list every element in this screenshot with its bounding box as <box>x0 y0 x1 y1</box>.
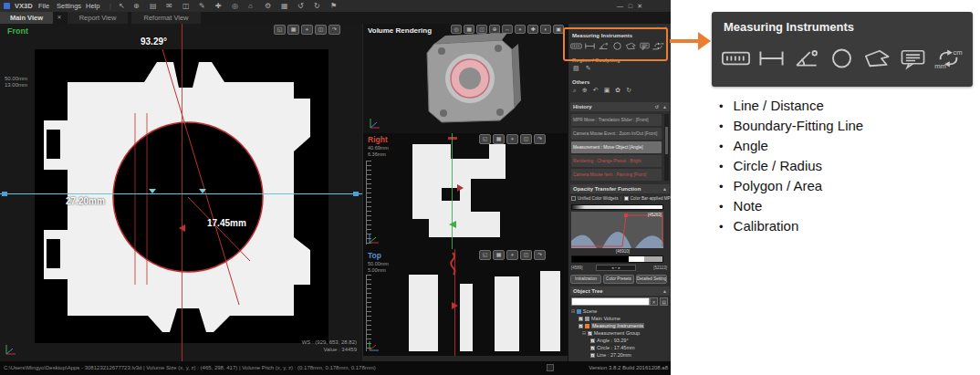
view-fit-button[interactable]: ◱ <box>274 25 286 35</box>
checkbox[interactable]: ✓ <box>588 331 592 336</box>
tab-main-view[interactable]: Main View <box>0 12 53 24</box>
flower-marker-icon[interactable]: ✿ <box>615 87 620 94</box>
flag-icon[interactable]: ⚑ <box>330 0 337 12</box>
display-icon[interactable]: ◫ <box>182 0 190 12</box>
history-entry[interactable]: Camera Mouse Item : Panning [Front] <box>571 169 662 181</box>
otf-value-bar[interactable] <box>571 255 663 263</box>
color-widget-bar[interactable] <box>571 204 663 210</box>
tree-node-main-volume[interactable]: ✓Main Volume <box>579 316 620 323</box>
mpr-crosshair-vertical-green[interactable] <box>452 133 453 249</box>
sculpt-pen-icon[interactable]: ✎ <box>586 65 591 72</box>
otf-histogram[interactable]: [45263] <box>571 212 663 248</box>
search-clear-icon[interactable]: ✕ <box>650 297 658 306</box>
otf-range-slider[interactable]: ◄ ▪ ► <box>596 265 636 271</box>
initialization-button[interactable]: Initialization <box>570 275 601 284</box>
tree-node-measurement-group[interactable]: ⊟ ✓Measurement Group <box>582 330 640 338</box>
view-layout-button[interactable]: ◫ <box>315 25 327 35</box>
circle-icon[interactable] <box>611 41 623 51</box>
calibration-icon[interactable] <box>652 41 664 51</box>
app-menu-title[interactable]: VX3D <box>15 0 33 12</box>
tree-expand-icon[interactable]: ⊟ <box>571 308 575 314</box>
select-tool-icon[interactable]: ↖ <box>119 0 125 12</box>
tab-report-view[interactable]: Report View <box>68 12 128 24</box>
view-crosshair-button[interactable]: ⌖ <box>301 25 313 35</box>
angle-icon[interactable] <box>598 41 610 51</box>
slider-left-arrow[interactable]: ◄ <box>610 266 614 270</box>
detailed-setting-button[interactable]: Detailed Setting <box>636 275 667 284</box>
panel-expand-icon[interactable]: » <box>657 25 660 30</box>
color-bar-checkbox[interactable] <box>624 196 629 201</box>
plus-icon[interactable]: ✚ <box>215 0 222 12</box>
object-tree-collapse-icon[interactable]: ▲ <box>662 286 667 296</box>
front-view[interactable]: Front ◱ ▦ ⌖ ◫ ↷ 50.00mm 13.00mm <box>0 24 362 361</box>
history-entry[interactable]: Rendering : Change Preset : Bright <box>571 155 662 167</box>
tree-node-measuring-instruments[interactable]: ✓Measuring Instruments <box>579 323 644 330</box>
add-tool-icon[interactable]: ⊕ <box>133 0 140 12</box>
close-button[interactable]: ✕ <box>637 0 642 12</box>
otf-header[interactable]: Opacity Transfer Function▲ <box>570 184 670 193</box>
tree-node-line[interactable]: ✓Line : 27.20mm <box>590 352 631 359</box>
record-icon[interactable]: ◎ <box>232 0 238 12</box>
mpr-crosshair-vertical-red[interactable] <box>454 249 455 356</box>
checkbox[interactable]: ✓ <box>579 317 583 321</box>
undo-icon[interactable]: ↺ <box>297 0 304 12</box>
slab-marker-left[interactable] <box>149 189 156 193</box>
undo-arrow-icon[interactable]: ↶ <box>593 87 599 94</box>
crosshair-handle-right[interactable] <box>353 192 359 196</box>
otf-collapse-icon[interactable]: ▲ <box>662 184 667 193</box>
mpr-crosshair-horizontal[interactable] <box>0 193 362 194</box>
redo-icon[interactable]: ↻ <box>314 0 320 12</box>
checkbox[interactable]: ✓ <box>579 324 583 328</box>
tab-reformat-view[interactable]: Reformat View <box>131 12 201 24</box>
region-select-icon[interactable]: ▧ <box>573 65 579 72</box>
tree-node-circle[interactable]: ✓Circle : 17.45mm <box>590 345 635 352</box>
settings-icon[interactable]: ⚙ <box>265 0 271 12</box>
message-icon[interactable]: ✉ <box>166 0 172 12</box>
tree-node-scene[interactable]: ⊟ Scene <box>571 308 597 316</box>
history-entry[interactable]: MPR Move : Translation Slider : [Front] <box>571 114 662 126</box>
object-tree-header[interactable]: Object Tree▲ <box>570 286 670 296</box>
history-entry[interactable]: Camera Mouse Event : Zoom In/Out [Front] <box>571 128 662 140</box>
checkbox[interactable]: ✓ <box>590 346 595 350</box>
minimize-button[interactable]: — <box>617 0 623 12</box>
menu-settings[interactable]: Settings <box>57 0 81 12</box>
pen-icon[interactable]: ✎ <box>199 0 205 12</box>
slab-marker-right[interactable] <box>199 189 206 193</box>
view-export-button[interactable]: ↷ <box>328 25 340 35</box>
zoom-plus-icon[interactable]: ⊕ <box>582 87 588 94</box>
history-collapse-icon[interactable]: ▲ <box>662 102 667 111</box>
crosshair-handle-left[interactable] <box>2 192 7 196</box>
unified-color-checkbox[interactable] <box>571 196 576 201</box>
folder-icon[interactable]: ▤ <box>660 297 668 306</box>
save-icon[interactable]: ▤ <box>150 0 157 12</box>
right-view[interactable]: Right 40.69mm 6.36mm ◱ ▦ ⌖ ◫ ↷ <box>363 133 568 249</box>
tree-expand-icon[interactable]: ⊟ <box>582 330 586 336</box>
grid-icon[interactable]: ▦ <box>281 0 288 12</box>
history-entry-selected[interactable]: Measurement : Move Object [Angle] <box>571 141 662 153</box>
note-icon[interactable] <box>639 41 651 51</box>
checkbox[interactable]: ✓ <box>590 353 595 358</box>
slider-right-arrow[interactable]: ► <box>618 266 621 270</box>
mpr-crosshair-vertical[interactable] <box>182 24 182 361</box>
menu-help[interactable]: Help <box>86 0 99 12</box>
zoom-search-icon[interactable]: ⌕ <box>573 87 577 94</box>
tree-node-angle[interactable]: ✓Angle : 93.29° <box>590 338 629 345</box>
stamp-icon[interactable]: ▣ <box>604 87 610 94</box>
history-header[interactable]: History ↺ ▲ <box>570 102 670 111</box>
volume-rendering-view[interactable]: Volume Rendering ◎ ▦ ◫ ⊕ ↔ ⌖ ✚ ◐ ▣ <box>363 24 568 133</box>
color-presets-button[interactable]: Color Presets <box>603 275 634 284</box>
boundary-line-icon[interactable] <box>584 41 596 51</box>
reset-rotate-icon[interactable]: ↻ <box>626 87 631 94</box>
checkbox[interactable]: ✓ <box>590 339 595 343</box>
home-icon[interactable]: ⌂ <box>248 0 253 12</box>
tab-close-icon[interactable]: ✕ <box>55 12 64 24</box>
history-undo-icon[interactable]: ↺ <box>655 102 659 111</box>
top-view[interactable]: Top 50.00mm 5.00mm ◱ ▦ ⌖ ◫ ↷ <box>363 249 568 356</box>
history-scrollbar[interactable] <box>664 114 669 181</box>
volume-render-object[interactable] <box>363 24 568 133</box>
ruler-icon[interactable] <box>570 41 582 51</box>
view-grid-button[interactable]: ▦ <box>287 25 299 35</box>
maximize-button[interactable]: □ <box>629 0 632 12</box>
object-tree-search-input[interactable] <box>571 297 650 306</box>
polygon-icon[interactable] <box>625 41 637 51</box>
